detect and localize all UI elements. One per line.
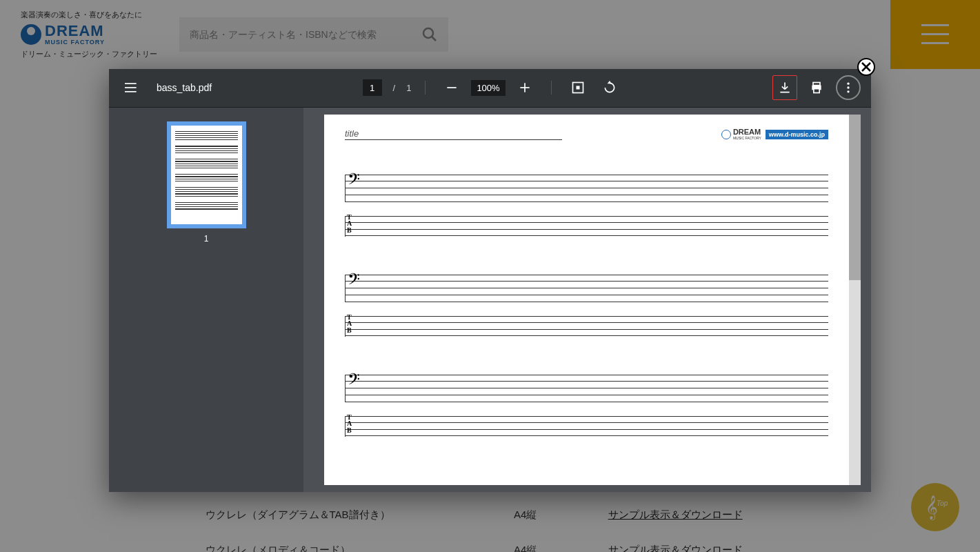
sheet-brand: DREAM MUSIC FACTORY www.d-music.co.jp xyxy=(721,129,828,140)
modal-overlay[interactable]: bass_tab.pdf / 1 100% xyxy=(0,0,980,552)
svg-rect-10 xyxy=(125,87,137,88)
page-thumbnail[interactable] xyxy=(167,121,246,228)
page-number-input[interactable] xyxy=(363,79,382,96)
download-icon xyxy=(778,81,792,95)
rotate[interactable] xyxy=(597,75,622,100)
brand-sub-text: MUSIC FACTORY xyxy=(733,136,761,140)
close-button[interactable] xyxy=(857,58,875,76)
bass-clef-icon: 𝄢 xyxy=(348,372,360,391)
tab-label: TAB xyxy=(347,214,352,234)
divider xyxy=(425,81,426,95)
svg-rect-17 xyxy=(813,83,820,86)
scrollbar[interactable] xyxy=(849,115,861,485)
zoom-value[interactable]: 100% xyxy=(471,80,505,96)
download-button[interactable] xyxy=(772,75,797,100)
bass-clef-icon: 𝄢 xyxy=(348,172,360,191)
tab-label: TAB xyxy=(347,414,352,434)
sidebar-toggle[interactable] xyxy=(119,75,144,100)
pdf-body: 1 title DREAM MUSIC FACTORY xyxy=(109,108,871,492)
svg-point-20 xyxy=(847,83,849,85)
fit-icon xyxy=(571,81,585,95)
pdf-viewer: bass_tab.pdf / 1 100% xyxy=(109,69,871,492)
svg-rect-16 xyxy=(576,86,579,90)
svg-rect-11 xyxy=(125,91,137,92)
pdf-filename: bass_tab.pdf xyxy=(157,82,212,93)
fit-page[interactable] xyxy=(566,75,590,100)
staff-system: 𝄢 TAB xyxy=(345,175,828,237)
scrollbar-thumb[interactable] xyxy=(849,115,861,280)
tab-label: TAB xyxy=(347,314,352,334)
svg-rect-19 xyxy=(814,89,819,93)
svg-point-22 xyxy=(847,90,849,92)
minus-icon xyxy=(445,81,459,95)
print-button[interactable] xyxy=(804,75,829,100)
staff-system: 𝄢 TAB xyxy=(345,275,828,337)
zoom-in[interactable] xyxy=(512,75,537,100)
svg-rect-9 xyxy=(125,83,137,84)
hamburger-icon xyxy=(125,81,139,95)
sheet-title-field: title xyxy=(345,128,562,140)
more-vertical-icon xyxy=(841,81,855,95)
thumbnail-number: 1 xyxy=(204,234,209,244)
plus-icon xyxy=(518,81,532,95)
page-total: 1 xyxy=(406,83,411,93)
brand-url: www.d-music.co.jp xyxy=(766,130,828,139)
divider xyxy=(551,81,552,95)
rotate-icon xyxy=(603,81,617,95)
zoom-out[interactable] xyxy=(439,75,464,100)
page-separator: / xyxy=(393,83,396,93)
print-icon xyxy=(810,81,823,95)
thumbnail-panel: 1 xyxy=(109,108,303,492)
svg-rect-12 xyxy=(448,87,457,88)
more-menu[interactable] xyxy=(836,75,861,100)
pdf-toolbar: bass_tab.pdf / 1 100% xyxy=(109,69,871,108)
staff-system: 𝄢 TAB xyxy=(345,375,828,437)
svg-point-21 xyxy=(847,86,849,88)
close-icon xyxy=(861,62,871,72)
brand-text: DREAM xyxy=(733,129,761,136)
pdf-page: title DREAM MUSIC FACTORY www.d-music.co… xyxy=(324,115,849,485)
page-render-area[interactable]: title DREAM MUSIC FACTORY www.d-music.co… xyxy=(303,108,871,492)
brand-logo-icon xyxy=(721,130,731,139)
svg-rect-14 xyxy=(524,83,526,92)
bass-clef-icon: 𝄢 xyxy=(348,272,360,291)
